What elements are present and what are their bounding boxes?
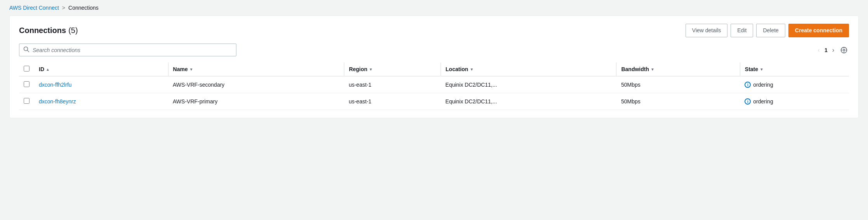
row-state: i ordering <box>740 76 849 93</box>
col-state-sort-icon: ▼ <box>760 67 764 72</box>
svg-point-3 <box>843 49 845 51</box>
connections-table: ID ▲ Name ▼ Region ▼ <box>19 63 849 110</box>
connections-panel: Connections (5) View details Edit Delete… <box>9 16 859 118</box>
select-all-header[interactable] <box>19 63 34 76</box>
state-info-icon[interactable]: i <box>745 98 751 105</box>
table-settings-button[interactable] <box>839 45 849 55</box>
search-row: ‹ 1 › <box>19 44 849 56</box>
row-id[interactable]: dxcon-ffh2lrfu <box>34 76 168 93</box>
state-value: ordering <box>753 98 773 105</box>
col-region-sort-icon: ▼ <box>369 67 373 72</box>
row-checkbox[interactable] <box>24 98 30 104</box>
col-location-sort-icon: ▼ <box>470 67 474 72</box>
row-checkbox-cell[interactable] <box>19 76 34 93</box>
row-location: Equinix DC2/DC11,... <box>441 93 616 110</box>
connection-id-link[interactable]: dxcon-ffh2lrfu <box>39 82 72 88</box>
search-icon <box>23 46 30 54</box>
svg-line-1 <box>28 51 29 52</box>
delete-button[interactable]: Delete <box>756 24 785 37</box>
col-header-bandwidth[interactable]: Bandwidth ▼ <box>616 63 740 76</box>
view-details-button[interactable]: View details <box>686 24 727 37</box>
breadcrumb-link[interactable]: AWS Direct Connect <box>9 5 59 11</box>
row-checkbox[interactable] <box>24 81 30 87</box>
col-id-label: ID <box>39 66 44 72</box>
connection-id-link[interactable]: dxcon-fh8eynrz <box>39 98 76 105</box>
panel-title: Connections <box>19 26 66 35</box>
pagination-controls: ‹ 1 › <box>816 45 849 55</box>
col-region-label: Region <box>349 66 367 72</box>
row-name: AWS-VRF-secondary <box>168 76 344 93</box>
toolbar-title-area: Connections (5) <box>19 26 78 35</box>
state-value: ordering <box>753 82 773 88</box>
edit-button[interactable]: Edit <box>731 24 753 37</box>
search-box <box>19 44 236 56</box>
col-header-location[interactable]: Location ▼ <box>441 63 616 76</box>
create-connection-button[interactable]: Create connection <box>788 24 849 37</box>
row-id[interactable]: dxcon-fh8eynrz <box>34 93 168 110</box>
pagination-next-button[interactable]: › <box>831 45 836 55</box>
col-state-label: State <box>745 66 758 72</box>
col-name-label: Name <box>173 66 188 72</box>
row-location: Equinix DC2/DC11,... <box>441 76 616 93</box>
col-id-sort-icon: ▲ <box>46 67 50 72</box>
toolbar-actions: View details Edit Delete Create connecti… <box>686 24 849 37</box>
row-region: us-east-1 <box>344 76 441 93</box>
breadcrumb: AWS Direct Connect > Connections <box>0 0 868 16</box>
table-row: dxcon-fh8eynrz AWS-VRF-primary us-east-1… <box>19 93 849 110</box>
col-name-sort-icon: ▼ <box>189 67 193 72</box>
row-state: i ordering <box>740 93 849 110</box>
toolbar: Connections (5) View details Edit Delete… <box>19 24 849 37</box>
search-input[interactable] <box>33 47 232 53</box>
connections-count: (5) <box>68 26 78 35</box>
breadcrumb-current: Connections <box>68 5 99 11</box>
col-location-label: Location <box>446 66 468 72</box>
row-name: AWS-VRF-primary <box>168 93 344 110</box>
row-checkbox-cell[interactable] <box>19 93 34 110</box>
breadcrumb-separator: > <box>62 5 65 11</box>
col-bandwidth-label: Bandwidth <box>621 66 649 72</box>
state-info-icon[interactable]: i <box>745 82 751 88</box>
select-all-checkbox[interactable] <box>24 66 30 72</box>
pagination-number: 1 <box>825 47 828 53</box>
col-header-name[interactable]: Name ▼ <box>168 63 344 76</box>
col-header-region[interactable]: Region ▼ <box>344 63 441 76</box>
col-header-id[interactable]: ID ▲ <box>34 63 168 76</box>
row-bandwidth: 50Mbps <box>616 76 740 93</box>
row-region: us-east-1 <box>344 93 441 110</box>
table-row: dxcon-ffh2lrfu AWS-VRF-secondary us-east… <box>19 76 849 93</box>
col-bandwidth-sort-icon: ▼ <box>651 67 654 72</box>
col-header-state[interactable]: State ▼ <box>740 63 849 76</box>
row-bandwidth: 50Mbps <box>616 93 740 110</box>
pagination-prev-button[interactable]: ‹ <box>816 45 821 55</box>
